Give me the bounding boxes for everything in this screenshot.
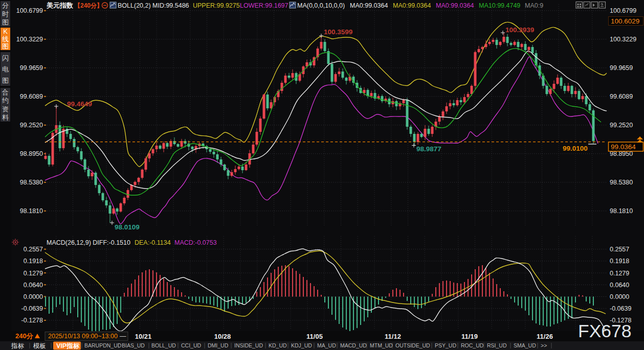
svg-text:11/26: 11/26 <box>537 333 553 340</box>
svg-text:RSI_UD: RSI_UD <box>487 342 507 348</box>
svg-text:0.0640: 0.0640 <box>610 282 629 289</box>
svg-text:98.5380: 98.5380 <box>20 179 43 186</box>
svg-text:98.1810: 98.1810 <box>610 207 633 215</box>
svg-text:美元指数: 美元指数 <box>46 2 73 9</box>
svg-text:MA10:99.4749: MA10:99.4749 <box>479 2 520 9</box>
svg-text:VIP指标: VIP指标 <box>56 342 80 349</box>
svg-text:BARUPDN_UD: BARUPDN_UD <box>84 342 122 348</box>
svg-text:240分: 240分 <box>15 332 34 340</box>
svg-text:MA0:99.0364: MA0:99.0364 <box>393 2 431 9</box>
svg-text:电: 电 <box>2 65 9 73</box>
svg-text:100.6799: 100.6799 <box>610 7 636 14</box>
svg-text:模板: 模板 <box>33 342 46 349</box>
svg-text:99.6089: 99.6089 <box>20 93 43 100</box>
svg-text:2025/10/13 09:00~13:00: 2025/10/13 09:00~13:00 <box>48 333 118 340</box>
svg-text:99.9659: 99.9659 <box>20 64 43 72</box>
svg-text:K: K <box>3 28 8 35</box>
svg-text:99.6089: 99.6089 <box>610 93 633 100</box>
svg-text:MACD:-0.0753: MACD:-0.0753 <box>174 239 217 246</box>
svg-text:MA0:9: MA0:9 <box>525 2 543 9</box>
svg-text:0.2557: 0.2557 <box>610 246 629 253</box>
svg-text:BOLL(20,2): BOLL(20,2) <box>118 2 151 9</box>
svg-text:—: — <box>120 333 126 340</box>
svg-text:99.4649: 99.4649 <box>67 100 92 108</box>
svg-text:100.3229: 100.3229 <box>16 36 43 43</box>
svg-text:99.0364: 99.0364 <box>611 143 636 151</box>
svg-text:98.0109: 98.0109 <box>115 223 140 231</box>
svg-text:100.3939: 100.3939 <box>505 26 534 34</box>
svg-text:OUTSIDE_UD: OUTSIDE_UD <box>395 342 430 348</box>
svg-text:MTM_UD: MTM_UD <box>370 342 393 348</box>
svg-text:FX678: FX678 <box>578 321 632 341</box>
svg-text:100.6029: 100.6029 <box>611 17 639 25</box>
svg-text:BOLL_UD: BOLL_UD <box>151 342 176 348</box>
svg-text:ROC_UD: ROC_UD <box>461 342 484 348</box>
svg-text:10/28: 10/28 <box>214 333 231 340</box>
svg-text:-0.0639: -0.0639 <box>21 305 43 312</box>
svg-text:图: 图 <box>2 77 9 84</box>
svg-text:合: 合 <box>2 88 9 96</box>
svg-text:DEA:-0.1134: DEA:-0.1134 <box>135 239 171 246</box>
svg-text:INSIDE_UD: INSIDE_UD <box>234 342 263 348</box>
svg-text:99.2520: 99.2520 <box>20 122 43 129</box>
svg-text:MA0:99.0364: MA0:99.0364 <box>436 2 474 9</box>
svg-text:闪: 闪 <box>2 54 9 62</box>
svg-text:98.8950: 98.8950 <box>20 150 43 157</box>
svg-text:PSY_UD: PSY_UD <box>435 342 456 348</box>
svg-text:约: 约 <box>2 97 9 104</box>
svg-text:MA_UD: MA_UD <box>317 342 336 348</box>
svg-text:BIAS_UD: BIAS_UD <box>122 342 145 348</box>
svg-text:0.0000: 0.0000 <box>610 293 629 300</box>
svg-text:-0.0639: -0.0639 <box>610 305 631 312</box>
svg-text:>>: >> <box>541 342 547 348</box>
svg-text:98.5380: 98.5380 <box>610 179 633 186</box>
svg-text:线: 线 <box>2 35 9 43</box>
svg-text:10/21: 10/21 <box>135 333 152 340</box>
svg-text:分: 分 <box>2 2 9 9</box>
svg-text:UPPER:99.9275: UPPER:99.9275 <box>193 2 240 9</box>
svg-text:0.1918: 0.1918 <box>610 258 629 265</box>
svg-text:LOWER:99.1697: LOWER:99.1697 <box>240 2 288 9</box>
svg-text:DMI_UD: DMI_UD <box>208 342 229 348</box>
svg-text:-0.1278: -0.1278 <box>21 317 43 324</box>
svg-text:MACD(26,12,9) DIFF:-0.1510: MACD(26,12,9) DIFF:-0.1510 <box>47 239 130 246</box>
svg-text:100.3599: 100.3599 <box>324 28 352 36</box>
svg-text:98.1810: 98.1810 <box>20 207 43 215</box>
svg-text:MID:99.5486: MID:99.5486 <box>152 2 189 9</box>
svg-text:0.1279: 0.1279 <box>610 270 629 277</box>
svg-text:98.9877: 98.9877 <box>416 145 441 153</box>
svg-text:料: 料 <box>2 113 9 121</box>
svg-text:0.0000: 0.0000 <box>24 293 43 300</box>
svg-text:100.6799: 100.6799 <box>16 7 43 14</box>
svg-text:MACD_UD: MACD_UD <box>340 342 367 348</box>
svg-text:MA(0,0,0,10,0,0): MA(0,0,0,10,0,0) <box>297 2 345 9</box>
svg-text:0.0640: 0.0640 <box>24 282 43 289</box>
svg-text:99.2520: 99.2520 <box>610 122 633 129</box>
svg-text:100.3229: 100.3229 <box>610 36 636 43</box>
svg-text:CCI_UD: CCI_UD <box>181 342 202 348</box>
svg-text:KD_UD: KD_UD <box>269 342 287 348</box>
svg-text:0.1918: 0.1918 <box>24 258 43 265</box>
svg-text:99.0100: 99.0100 <box>563 145 588 152</box>
svg-text:图: 图 <box>2 42 9 50</box>
svg-text:资: 资 <box>2 105 9 113</box>
svg-text:【240分】: 【240分】 <box>74 2 103 9</box>
svg-text:11/19: 11/19 <box>461 333 478 340</box>
svg-text:11/12: 11/12 <box>385 333 401 340</box>
svg-text:指标: 指标 <box>11 342 25 349</box>
svg-text:11/05: 11/05 <box>306 333 323 340</box>
svg-text:图: 图 <box>2 18 9 26</box>
svg-text:KDJ_UD: KDJ_UD <box>291 342 312 348</box>
svg-text:SMA_UD: SMA_UD <box>514 342 536 348</box>
svg-text:时: 时 <box>2 10 9 18</box>
svg-text:0.1279: 0.1279 <box>24 270 43 277</box>
svg-text:MA0:99.0364: MA0:99.0364 <box>350 2 388 9</box>
svg-text:99.9659: 99.9659 <box>610 64 633 72</box>
svg-text:0.2557: 0.2557 <box>24 246 43 253</box>
